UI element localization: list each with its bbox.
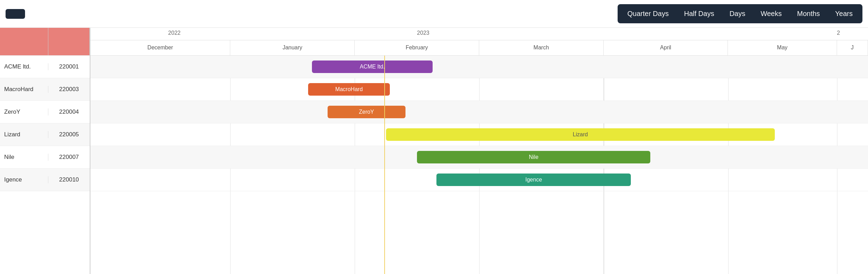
month-row: DecemberJanuaryFebruaryMarchAprilMayJ xyxy=(90,40,868,55)
year-row: 202220232 xyxy=(90,28,868,40)
view-button-days[interactable]: Days xyxy=(723,6,753,21)
gantt-bar[interactable]: ZeroY xyxy=(328,106,405,118)
cell-customer: ZeroY xyxy=(0,108,48,115)
toolbar: Quarter Days Half Days Days Weeks Months… xyxy=(0,0,868,28)
cell-customer: MacroHard xyxy=(0,86,48,93)
month-cell: February xyxy=(355,40,479,55)
gantt-bar[interactable]: ACME ltd. xyxy=(312,61,433,73)
cell-customer: Lizard xyxy=(0,131,48,138)
timeline-row: Igence xyxy=(90,169,868,191)
month-cell: May xyxy=(728,40,837,55)
gantt-row-left: Igence 220010 xyxy=(0,169,90,191)
cell-id: 220007 xyxy=(48,154,90,161)
cell-customer: Nile xyxy=(0,154,48,161)
timeline-row: ZeroY xyxy=(90,101,868,123)
gantt-right-panel[interactable]: 202220232 DecemberJanuaryFebruaryMarchAp… xyxy=(90,28,868,274)
gantt-row-left: ACME ltd. 220001 xyxy=(0,56,90,78)
month-cell: J xyxy=(837,40,868,55)
gantt-bar[interactable]: MacroHard xyxy=(308,83,390,96)
cell-customer: ACME ltd. xyxy=(0,63,48,70)
gantt-row-left: MacroHard 220003 xyxy=(0,78,90,101)
customer-column-header xyxy=(0,28,48,55)
view-switcher: Quarter Days Half Days Days Weeks Months… xyxy=(618,4,862,23)
gantt-row-left: Nile 220007 xyxy=(0,146,90,169)
year-label: 2 xyxy=(837,30,840,36)
timeline-rows: ACME ltd.MacroHardZeroYLizardNileIgence xyxy=(90,56,868,274)
year-label: 2022 xyxy=(168,30,181,36)
cell-customer: Igence xyxy=(0,176,48,183)
view-button-months[interactable]: Months xyxy=(790,6,827,21)
cell-id: 220004 xyxy=(48,108,90,115)
view-button-quarter-days[interactable]: Quarter Days xyxy=(620,6,676,21)
month-cell: March xyxy=(479,40,604,55)
gantt-rows-left: ACME ltd. 220001 MacroHard 220003 ZeroY … xyxy=(0,56,90,274)
view-button-years[interactable]: Years xyxy=(828,6,860,21)
month-cell: December xyxy=(90,40,230,55)
id-column-header xyxy=(48,28,90,55)
view-button-weeks[interactable]: Weeks xyxy=(754,6,789,21)
gantt-bar[interactable]: Nile xyxy=(417,151,650,163)
timeline-row: Lizard xyxy=(90,123,868,146)
today-line xyxy=(384,56,385,274)
month-cell: April xyxy=(604,40,728,55)
cell-id: 220010 xyxy=(48,176,90,183)
month-cell: January xyxy=(230,40,355,55)
view-button-half-days[interactable]: Half Days xyxy=(677,6,721,21)
cell-id: 220001 xyxy=(48,63,90,70)
cell-id: 220005 xyxy=(48,131,90,138)
gantt-row-left: Lizard 220005 xyxy=(0,123,90,146)
timeline-header: 202220232 DecemberJanuaryFebruaryMarchAp… xyxy=(90,28,868,56)
cell-id: 220003 xyxy=(48,86,90,93)
gantt-row-left: ZeroY 220004 xyxy=(0,101,90,123)
gantt-bar[interactable]: Lizard xyxy=(386,128,775,141)
gantt-left-panel: ACME ltd. 220001 MacroHard 220003 ZeroY … xyxy=(0,28,90,274)
gantt-left-header xyxy=(0,28,90,56)
timeline-row: MacroHard xyxy=(90,78,868,101)
gantt-bar[interactable]: Igence xyxy=(436,174,631,186)
gantt-container: ACME ltd. 220001 MacroHard 220003 ZeroY … xyxy=(0,28,868,274)
timeline-row: ACME ltd. xyxy=(90,56,868,78)
timeline-row: Nile xyxy=(90,146,868,169)
scroll-today-button[interactable] xyxy=(6,9,25,19)
timeline-body: ACME ltd.MacroHardZeroYLizardNileIgence xyxy=(90,56,868,274)
year-label: 2023 xyxy=(417,30,429,36)
